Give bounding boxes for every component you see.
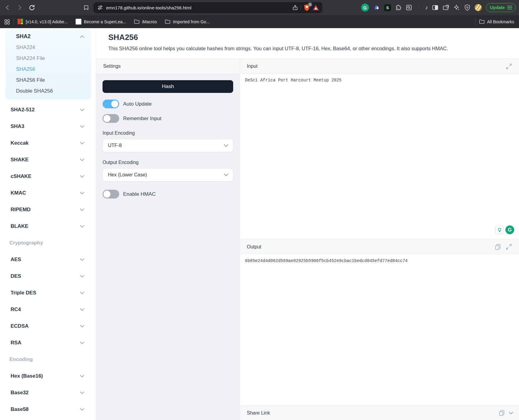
- sidebar-group-keccak[interactable]: Keccak: [0, 135, 96, 151]
- search-box-extension-icon[interactable]: [406, 4, 412, 11]
- sidebar-group-base58[interactable]: Base58: [0, 401, 96, 418]
- sidebar-group-hex-base16[interactable]: Hex (Base16): [0, 368, 96, 384]
- chevron-down-icon: [224, 173, 228, 176]
- remember-input-label: Remember Input: [123, 116, 162, 122]
- media-control-icon[interactable]: ♪: [425, 5, 428, 11]
- chevron-down-icon: [80, 325, 84, 328]
- sidebar-section-encoding: Encoding: [0, 351, 96, 368]
- browser-toolbar: emn178.github.io/online-tools/sha256.htm…: [0, 0, 519, 15]
- settings-header: Settings: [96, 59, 240, 74]
- copy-icon[interactable]: [499, 410, 505, 416]
- auto-update-toggle[interactable]: [103, 100, 119, 108]
- sidebar-group-ecdsa[interactable]: ECDSA: [0, 318, 96, 334]
- page-description: This SHA256 online tool helps you calcul…: [108, 46, 519, 51]
- vpn-shield-icon[interactable]: [464, 4, 471, 11]
- sidebar-group-sha2: SHA2 SHA224 SHA224 File SHA256 SHA256 Fi…: [5, 29, 91, 100]
- url-text[interactable]: emn178.github.io/online-tools/sha256.htm…: [106, 5, 292, 10]
- enable-hmac-label: Enable HMAC: [123, 191, 156, 197]
- chevron-down-icon: [80, 308, 84, 311]
- grammarly-extension-icon[interactable]: G: [361, 4, 369, 11]
- all-bookmarks-button[interactable]: All Bookmarks: [479, 19, 514, 24]
- share-link-bar: Share Link: [240, 405, 519, 420]
- sidebar-group-rc4[interactable]: RC4: [0, 301, 96, 318]
- sidebar-group-rsa[interactable]: RSA: [0, 334, 96, 351]
- bookmark-item-superlea[interactable]: Become a SuperLea...: [76, 19, 126, 25]
- settings-panel: Settings Hash Auto Update Remember Input…: [96, 59, 240, 420]
- hash-button[interactable]: Hash: [103, 80, 233, 93]
- forward-icon[interactable]: [16, 4, 23, 11]
- input-encoding-label: Input Encoding: [103, 130, 233, 136]
- chevron-down-icon: [80, 408, 84, 411]
- chevron-down-icon: [80, 275, 84, 278]
- divider: [301, 5, 301, 10]
- chevron-down-icon: [80, 375, 84, 378]
- rewards-coin-icon[interactable]: [475, 4, 482, 11]
- chevron-down-icon: [80, 175, 84, 178]
- sidebar-group-blake[interactable]: BLAKE: [0, 218, 96, 235]
- back-icon[interactable]: [4, 4, 11, 11]
- sidebar-group-triple-des[interactable]: Triple DES: [0, 284, 96, 301]
- sidebar-group-shake[interactable]: SHAKE: [0, 151, 96, 168]
- input-text: DeSci Africa Port Harcourt Meetup 2025: [245, 78, 514, 83]
- enable-hmac-toggle[interactable]: [103, 190, 119, 199]
- reload-icon[interactable]: [28, 4, 35, 11]
- sidebar-group-sha2-header[interactable]: SHA2: [5, 31, 91, 42]
- bookmark-folder-imported[interactable]: Imported from Go...: [165, 19, 210, 24]
- folder-icon: [165, 19, 171, 24]
- chevron-down-icon: [80, 142, 84, 145]
- extensions-puzzle-icon[interactable]: [395, 4, 402, 11]
- chevron-down-icon[interactable]: [509, 412, 513, 415]
- shield-badge: 2: [308, 2, 312, 7]
- sidebar-group-cshake[interactable]: cSHAKE: [0, 168, 96, 185]
- wallet-icon[interactable]: [442, 4, 449, 11]
- sidebar-panel-icon[interactable]: [432, 4, 439, 11]
- apps-grid-icon[interactable]: [4, 19, 10, 25]
- privacy-rabbit-extension-icon[interactable]: [373, 4, 380, 11]
- chevron-down-icon: [80, 108, 84, 111]
- auto-update-label: Auto Update: [123, 101, 152, 107]
- output-hash: 6b85e24d4d062d589ae02925b5906f5cb452e9cb…: [245, 258, 514, 263]
- sidebar-group-ripemd[interactable]: RIPEMD: [0, 201, 96, 218]
- s-extension-icon[interactable]: S: [384, 4, 391, 11]
- expand-icon[interactable]: [506, 244, 512, 250]
- sidebar-item-sha256[interactable]: SHA256: [5, 64, 91, 75]
- copy-icon[interactable]: [495, 244, 501, 250]
- share-link-label: Share Link: [247, 410, 270, 416]
- bookmark-icon[interactable]: [83, 5, 89, 11]
- white-square-favicon: [76, 19, 81, 25]
- update-button[interactable]: Update: [486, 3, 516, 12]
- page-title: SHA256: [108, 33, 519, 42]
- share-icon[interactable]: [292, 5, 298, 11]
- input-encoding-select[interactable]: UTF-8: [103, 139, 233, 152]
- chevron-down-icon: [80, 208, 84, 211]
- brave-shield-icon[interactable]: 2: [303, 4, 310, 11]
- expand-icon[interactable]: [506, 63, 512, 70]
- adobe-bookmark-icon: [18, 19, 23, 25]
- sidebar-group-base64[interactable]: Base64: [0, 418, 96, 420]
- brave-rewards-icon[interactable]: [312, 4, 319, 11]
- sidebar-item-double-sha256[interactable]: Double SHA256: [5, 86, 91, 97]
- sidebar-item-sha256-file[interactable]: SHA256 File: [5, 75, 91, 86]
- sidebar-item-sha224[interactable]: SHA224: [5, 42, 91, 53]
- output-encoding-select[interactable]: Hex (Lower Case): [103, 168, 233, 182]
- sidebar-group-sha3[interactable]: SHA3: [0, 118, 96, 135]
- sidebar-group-aes[interactable]: AES: [0, 251, 96, 268]
- sidebar-group-sha2-512[interactable]: SHA2-512: [0, 101, 96, 118]
- grammarly-suggestion-icon[interactable]: [495, 226, 504, 234]
- browser-chrome: emn178.github.io/online-tools/sha256.htm…: [0, 0, 519, 28]
- site-settings-icon[interactable]: [97, 5, 103, 11]
- bookmark-folder-imacros[interactable]: iMacros: [134, 19, 157, 24]
- input-textarea[interactable]: DeSci Africa Port Harcourt Meetup 2025 G: [240, 74, 519, 239]
- sidebar-item-sha224-file[interactable]: SHA224 File: [5, 53, 91, 64]
- chevron-up-icon: [80, 35, 84, 38]
- leo-ai-sparkle-icon[interactable]: [453, 4, 460, 11]
- grammarly-icon[interactable]: G: [505, 225, 514, 234]
- io-panel: Input DeSci Africa Port Harcourt Meetup …: [240, 59, 519, 420]
- sidebar-group-kmac[interactable]: KMAC: [0, 185, 96, 201]
- url-bar[interactable]: emn178.github.io/online-tools/sha256.htm…: [93, 2, 322, 13]
- sidebar-group-des[interactable]: DES: [0, 268, 96, 284]
- chevron-down-icon: [80, 192, 84, 195]
- bookmark-item-adobe[interactable]: [v14.0, v13.0] Adobe...: [18, 19, 68, 25]
- remember-input-toggle[interactable]: [103, 114, 119, 123]
- sidebar-group-base32[interactable]: Base32: [0, 384, 96, 401]
